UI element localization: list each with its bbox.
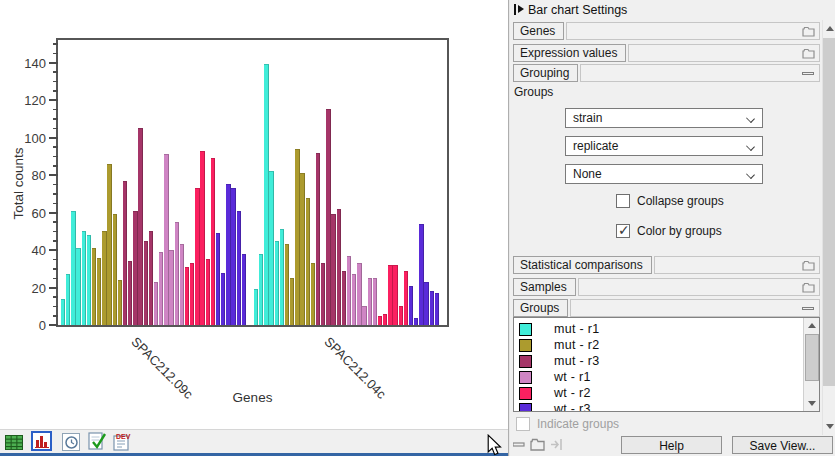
checkmark-icon: ✓	[618, 222, 630, 238]
checkbox-unchecked	[616, 194, 630, 208]
group-name-label: wt - r2	[554, 386, 591, 400]
y-axis-major-tick	[49, 287, 58, 289]
bar	[97, 258, 101, 326]
table-view-icon[interactable]	[3, 432, 24, 452]
section-expression-values[interactable]: Expression values	[513, 44, 820, 62]
section-groups[interactable]: Groups	[513, 299, 820, 317]
bar	[180, 244, 184, 325]
bar	[113, 214, 117, 325]
scroll-up-icon[interactable]	[826, 26, 834, 31]
bar	[337, 209, 341, 325]
section-samples[interactable]: Samples	[513, 278, 820, 296]
folder-icon[interactable]	[530, 438, 545, 451]
indicate-groups-checkbox[interactable]: Indicate groups	[516, 417, 619, 431]
section-statistical-comparisons[interactable]: Statistical comparisons	[513, 256, 820, 274]
y-axis-minor-tick	[53, 231, 58, 233]
panel-scrollbar[interactable]	[822, 20, 835, 435]
group-dropdown-3[interactable]: None	[565, 164, 763, 184]
color-by-groups-checkbox[interactable]: ✓ Color by groups	[616, 224, 722, 238]
panel-title: Bar chart Settings	[528, 3, 627, 17]
y-axis-minor-tick	[53, 146, 58, 148]
legend-row: mut - r1	[514, 321, 819, 337]
y-axis-minor-tick	[53, 203, 58, 205]
y-axis-major-tick	[49, 249, 58, 251]
bar	[331, 214, 335, 325]
y-axis-minor-tick	[53, 53, 58, 55]
collapse-groups-checkbox[interactable]: Collapse groups	[616, 194, 724, 208]
y-axis-minor-tick	[53, 315, 58, 317]
y-axis-tick-label: 140	[6, 56, 46, 71]
group-color-swatch[interactable]	[519, 323, 532, 336]
chevron-down-icon	[746, 170, 755, 179]
folder-icon	[802, 260, 815, 271]
group-name-label: wt - r1	[554, 370, 591, 384]
group-color-swatch[interactable]	[519, 355, 532, 368]
y-axis-minor-tick	[53, 259, 58, 261]
section-genes-label: Genes	[513, 22, 564, 40]
bar	[92, 248, 96, 325]
y-axis-minor-tick	[53, 268, 58, 270]
collapse-all-icon[interactable]	[513, 442, 525, 448]
bar	[399, 306, 403, 325]
bar	[352, 274, 356, 325]
panel-bottom-bar: Help Save View...	[510, 436, 835, 456]
bar	[169, 250, 173, 325]
section-expression-values-label: Expression values	[513, 44, 626, 62]
groups-label: Groups	[514, 85, 553, 99]
bar	[102, 231, 106, 325]
section-grouping[interactable]: Grouping	[513, 64, 820, 82]
bar	[226, 184, 230, 325]
scrollbar-thumb[interactable]	[805, 334, 819, 381]
group-color-swatch[interactable]	[519, 339, 532, 352]
bar	[435, 293, 439, 325]
group-name-label: mut - r2	[554, 338, 599, 352]
y-axis-major-tick	[49, 99, 58, 101]
save-view-button[interactable]: Save View...	[732, 436, 833, 454]
scroll-down-icon[interactable]	[826, 424, 834, 429]
bar	[216, 233, 220, 325]
y-axis-minor-tick	[53, 278, 58, 280]
panel-expand-icon[interactable]	[514, 4, 526, 15]
dev-log-icon[interactable]: DEV	[113, 432, 133, 454]
y-axis-minor-tick	[53, 156, 58, 158]
scrollbar-thumb[interactable]	[823, 38, 835, 386]
bar	[373, 278, 377, 325]
bar	[254, 289, 258, 325]
help-button[interactable]: Help	[621, 436, 722, 454]
section-genes[interactable]: Genes	[513, 22, 820, 40]
bar	[107, 164, 111, 325]
validation-icon[interactable]	[88, 432, 107, 454]
dock-panel-icon	[550, 438, 564, 451]
bar	[61, 299, 65, 325]
group-dropdown-1-value: strain	[573, 111, 602, 125]
bar-chart-view-icon[interactable]	[31, 431, 52, 451]
y-axis-minor-tick	[53, 165, 58, 167]
bar	[231, 188, 235, 325]
bar	[430, 291, 434, 325]
scroll-up-icon[interactable]	[808, 323, 816, 328]
y-axis-minor-tick	[53, 43, 58, 45]
y-axis-tick-label: 0	[6, 318, 46, 333]
section-statistical-comparisons-label: Statistical comparisons	[513, 256, 652, 274]
checkbox-checked: ✓	[616, 224, 630, 238]
settings-panel: Bar chart Settings Genes Expression valu…	[510, 0, 835, 456]
group-dropdown-2[interactable]: replicate	[565, 136, 763, 156]
bar	[316, 153, 320, 326]
bar	[311, 263, 315, 325]
history-icon[interactable]	[62, 433, 80, 451]
legend-row: wt - r3	[514, 401, 819, 412]
group-dropdown-1[interactable]: strain	[565, 108, 763, 128]
color-by-groups-label: Color by groups	[637, 224, 722, 238]
bar	[368, 278, 372, 325]
bar	[87, 235, 91, 325]
bar	[269, 171, 273, 325]
folder-icon	[802, 48, 815, 59]
group-color-swatch[interactable]	[519, 371, 532, 384]
scroll-down-icon[interactable]	[808, 401, 816, 406]
legend-row: mut - r2	[514, 337, 819, 353]
bar	[264, 64, 268, 325]
groups-list-scrollbar[interactable]	[803, 318, 819, 411]
indicate-groups-label: Indicate groups	[537, 417, 619, 431]
group-color-swatch[interactable]	[519, 387, 532, 400]
group-color-swatch[interactable]	[519, 403, 532, 413]
